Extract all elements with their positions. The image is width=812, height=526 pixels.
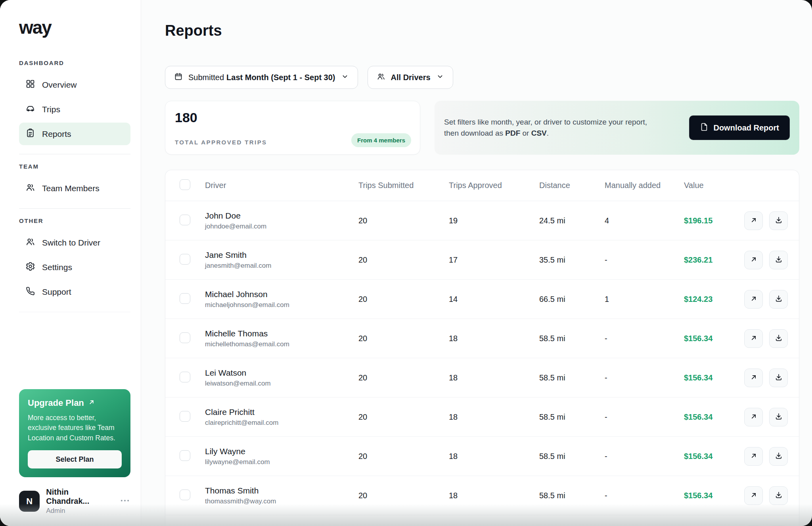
arrow-up-right-icon: [750, 216, 758, 225]
more-options-icon[interactable]: [119, 495, 130, 508]
driver-name: Michelle Thomas: [205, 329, 358, 338]
arrow-up-right-icon: [750, 295, 758, 304]
arrow-up-right-icon: [750, 491, 758, 500]
distance-value: 58.5 mi: [539, 413, 605, 422]
download-row-button[interactable]: [769, 290, 788, 309]
row-checkbox[interactable]: [180, 372, 190, 382]
driver-email: michaeljohnson@email.com: [205, 301, 358, 309]
trips-submitted-value: 20: [358, 334, 449, 343]
driver-filter-dropdown[interactable]: All Drivers: [368, 66, 453, 89]
row-checkbox[interactable]: [180, 215, 190, 225]
sidebar-item-overview[interactable]: Overview: [19, 73, 130, 96]
section-label-other: OTHER: [19, 217, 130, 224]
filter-bar: Submitted Last Month (Sept 1 - Sept 30) …: [165, 66, 799, 89]
row-checkbox[interactable]: [180, 411, 190, 422]
download-row-button[interactable]: [769, 408, 788, 426]
sidebar: way DASHBOARD Overview Trips Reports: [0, 0, 141, 526]
users-icon: [25, 182, 35, 194]
car-icon: [25, 104, 35, 115]
open-report-button[interactable]: [744, 447, 763, 466]
sidebar-item-label: Switch to Driver: [42, 238, 100, 248]
sidebar-item-label: Team Members: [42, 184, 100, 193]
column-header-driver: Driver: [205, 181, 358, 190]
avatar: N: [19, 491, 40, 512]
download-row-button[interactable]: [769, 447, 788, 466]
sidebar-item-team-members[interactable]: Team Members: [19, 177, 130, 200]
driver-email: thomassmith@way.com: [205, 497, 358, 505]
date-filter-dropdown[interactable]: Submitted Last Month (Sept 1 - Sept 30): [165, 66, 358, 89]
report-value: $196.15: [684, 216, 730, 225]
nav-dashboard: Overview Trips Reports: [19, 73, 130, 145]
download-report-label: Download Report: [713, 123, 779, 132]
divider: [19, 208, 130, 209]
distance-value: 58.5 mi: [539, 334, 605, 343]
download-icon: [775, 452, 783, 461]
open-report-button[interactable]: [744, 290, 763, 309]
table-row: Lei Watson leiwatson@email.com 20 18 58.…: [165, 358, 799, 397]
chevron-down-icon: [341, 73, 349, 83]
driver-email: michellethomas@email.com: [205, 340, 358, 348]
row-checkbox[interactable]: [180, 450, 190, 461]
open-report-button[interactable]: [744, 211, 763, 230]
download-row-button[interactable]: [769, 486, 788, 505]
sidebar-item-trips[interactable]: Trips: [19, 98, 130, 121]
manually-added-value: 1: [605, 295, 684, 304]
open-report-button[interactable]: [744, 408, 763, 426]
report-value: $124.23: [684, 295, 730, 304]
download-row-button[interactable]: [769, 251, 788, 269]
download-row-button[interactable]: [769, 329, 788, 348]
sidebar-item-reports[interactable]: Reports: [19, 123, 130, 145]
date-filter-prefix: Submitted: [188, 73, 224, 82]
report-value: $156.34: [684, 334, 730, 343]
distance-value: 24.5 mi: [539, 216, 605, 225]
download-icon: [775, 295, 783, 304]
driver-name: Jane Smith: [205, 250, 358, 260]
row-checkbox[interactable]: [180, 490, 190, 500]
report-value: $156.34: [684, 413, 730, 422]
trips-approved-value: 14: [449, 295, 539, 304]
select-all-checkbox[interactable]: [180, 179, 190, 190]
download-row-button[interactable]: [769, 369, 788, 387]
manually-added-value: -: [605, 452, 684, 461]
table-row: Thomas Smith thomassmith@way.com 20 18 5…: [165, 476, 799, 515]
manually-added-value: -: [605, 255, 684, 265]
distance-value: 66.5 mi: [539, 295, 605, 304]
driver-name: Claire Prichitt: [205, 407, 358, 417]
open-report-button[interactable]: [744, 369, 763, 387]
row-checkbox[interactable]: [180, 332, 190, 343]
trips-submitted-value: 20: [358, 452, 449, 461]
arrow-up-right-icon: [88, 398, 95, 408]
distance-value: 58.5 mi: [539, 491, 605, 500]
table-row: Lily Wayne lilywayne@email.com 20 18 58.…: [165, 437, 799, 476]
user-profile[interactable]: N Nithin Chandrak... Admin: [19, 488, 130, 515]
report-value: $156.34: [684, 491, 730, 500]
column-header-trips-approved: Trips Approved: [449, 181, 539, 190]
section-label-team: TEAM: [19, 163, 130, 170]
download-row-button[interactable]: [769, 211, 788, 230]
total-approved-trips-count: 180: [175, 110, 410, 125]
trips-approved-value: 18: [449, 373, 539, 382]
row-checkbox[interactable]: [180, 293, 190, 304]
manually-added-value: 4: [605, 216, 684, 225]
table-header: Driver Trips Submitted Trips Approved Di…: [165, 170, 799, 201]
upgrade-plan-title[interactable]: Upgrade Plan: [28, 398, 122, 408]
sidebar-item-support[interactable]: Support: [19, 280, 130, 303]
trips-submitted-value: 20: [358, 216, 449, 225]
user-role: Admin: [46, 507, 113, 515]
manually-added-value: -: [605, 491, 684, 500]
driver-email: leiwatson@email.com: [205, 380, 358, 388]
phone-icon: [25, 286, 35, 298]
open-report-button[interactable]: [744, 486, 763, 505]
open-report-button[interactable]: [744, 251, 763, 269]
driver-email: johndoe@email.com: [205, 223, 358, 230]
page-title: Reports: [165, 21, 799, 40]
trips-submitted-value: 20: [358, 295, 449, 304]
sidebar-item-settings[interactable]: Settings: [19, 256, 130, 278]
report-value: $156.34: [684, 452, 730, 461]
sidebar-item-switch-to-driver[interactable]: Switch to Driver: [19, 231, 130, 254]
total-approved-trips-label: TOTAL APPROVED TRIPS: [175, 139, 267, 146]
open-report-button[interactable]: [744, 329, 763, 348]
select-plan-button[interactable]: Select Plan: [28, 450, 122, 468]
row-checkbox[interactable]: [180, 254, 190, 265]
download-report-button[interactable]: Download Report: [689, 115, 790, 140]
